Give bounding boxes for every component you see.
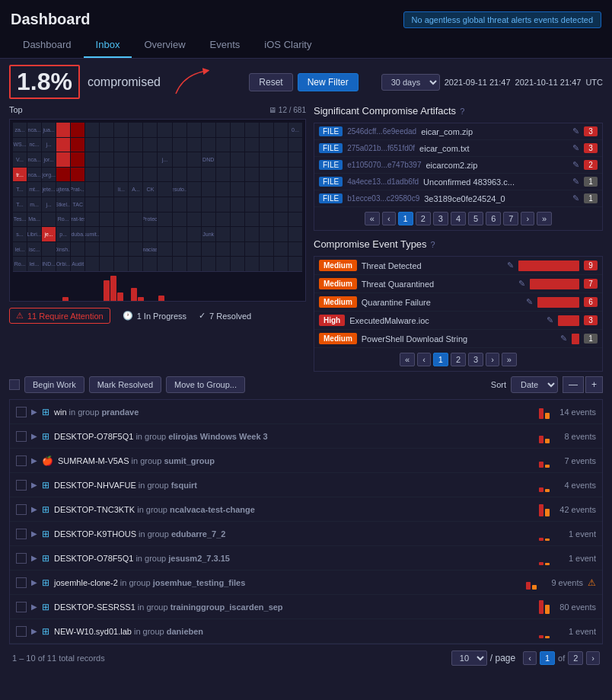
row-checkbox[interactable] bbox=[16, 480, 27, 491]
expand-icon[interactable]: ▶ bbox=[31, 481, 37, 489]
expand-icon[interactable]: ▶ bbox=[31, 578, 37, 587]
status-resolved[interactable]: ✓ 7 Resolved bbox=[199, 311, 251, 321]
heatmap-cell bbox=[231, 257, 244, 271]
page-1[interactable]: 1 bbox=[398, 212, 413, 225]
page-prev[interactable]: ‹ bbox=[382, 212, 396, 225]
heatmap-cell bbox=[274, 123, 288, 137]
severity-badge: Medium bbox=[319, 278, 357, 289]
edit-icon[interactable]: ✎ bbox=[572, 126, 579, 136]
edit-icon[interactable]: ✎ bbox=[518, 279, 525, 289]
page-4[interactable]: 4 bbox=[451, 212, 466, 225]
page-nav: ‹ 1 of 2 › bbox=[523, 651, 600, 665]
event-bars bbox=[539, 454, 550, 468]
edit-icon[interactable]: ✎ bbox=[572, 143, 579, 153]
page-current[interactable]: 1 bbox=[540, 651, 555, 665]
per-page-select[interactable]: 10 bbox=[451, 650, 487, 666]
heatmap-cell bbox=[187, 257, 201, 271]
page-6[interactable]: 6 bbox=[486, 212, 501, 225]
page-total[interactable]: 2 bbox=[568, 651, 583, 665]
begin-work-button[interactable]: Begin Work bbox=[24, 376, 84, 393]
date-range-dropdown[interactable]: 30 days bbox=[381, 74, 440, 91]
event-bar bbox=[537, 297, 579, 308]
page-first[interactable]: « bbox=[400, 353, 415, 366]
page-prev[interactable]: ‹ bbox=[417, 353, 431, 366]
row-checkbox[interactable] bbox=[16, 577, 27, 588]
heatmap-cell bbox=[260, 138, 273, 152]
row-checkbox[interactable] bbox=[16, 626, 27, 637]
count-badge: 3 bbox=[584, 315, 598, 325]
edit-icon[interactable]: ✎ bbox=[560, 334, 567, 344]
expand-icon[interactable]: ▶ bbox=[31, 432, 37, 440]
expand-icon[interactable]: ▶ bbox=[31, 505, 37, 513]
tab-inbox[interactable]: Inbox bbox=[84, 33, 132, 58]
edit-icon[interactable]: ✎ bbox=[572, 160, 579, 170]
heatmap-grid: za... nca... jua... bbox=[13, 123, 302, 271]
tab-overview[interactable]: Overview bbox=[132, 33, 197, 58]
expand-icon[interactable]: ▶ bbox=[31, 529, 37, 538]
page-prev[interactable]: ‹ bbox=[523, 651, 537, 665]
heatmap-cell bbox=[173, 242, 186, 257]
heatmap-cell bbox=[158, 123, 171, 137]
heatmap-cell: je... bbox=[42, 227, 56, 241]
page-next[interactable]: › bbox=[521, 212, 534, 225]
expand-icon[interactable]: ▶ bbox=[31, 408, 37, 416]
page-2[interactable]: 2 bbox=[416, 212, 431, 225]
view-expand[interactable]: + bbox=[585, 376, 603, 393]
table-row: ▶ ⊞ josemhle-clone-2 in group josemhue_t… bbox=[10, 571, 602, 595]
heatmap-cell bbox=[114, 197, 128, 212]
heatmap-cell: j... bbox=[42, 197, 56, 212]
edit-icon[interactable]: ✎ bbox=[507, 261, 514, 270]
expand-icon[interactable]: ▶ bbox=[31, 554, 37, 562]
heatmap-cell: tr... bbox=[13, 168, 27, 182]
heatmap-cell bbox=[85, 242, 99, 257]
edit-icon[interactable]: ✎ bbox=[572, 177, 579, 187]
status-attention[interactable]: ⚠ 11 Require Attention bbox=[9, 308, 110, 324]
edit-icon[interactable]: ✎ bbox=[572, 193, 579, 203]
expand-icon[interactable]: ▶ bbox=[31, 456, 37, 465]
move-to-group-button[interactable]: Move to Group... bbox=[166, 376, 245, 393]
page-7[interactable]: 7 bbox=[503, 212, 518, 225]
event-name: Quarantine Failure bbox=[362, 298, 521, 307]
expand-icon[interactable]: ▶ bbox=[31, 627, 37, 635]
page-last[interactable]: » bbox=[537, 212, 552, 225]
select-all-checkbox[interactable] bbox=[9, 379, 20, 390]
status-in-progress[interactable]: 🕐 1 In Progress bbox=[123, 311, 186, 321]
page-1[interactable]: 1 bbox=[433, 353, 448, 366]
row-checkbox[interactable] bbox=[16, 602, 27, 612]
event-types-table: Medium Threat Detected ✎ 9 Medium Threat… bbox=[314, 256, 603, 372]
reset-button[interactable]: Reset bbox=[249, 73, 292, 91]
heatmap-cell: T... bbox=[13, 182, 27, 197]
page-next[interactable]: › bbox=[586, 651, 600, 665]
view-collapse[interactable]: — bbox=[563, 376, 584, 393]
sort-dropdown[interactable]: Date bbox=[511, 376, 558, 393]
artifact-row: FILE 4a4ece13...d1adb6fd Unconfirmed 483… bbox=[314, 174, 602, 190]
page-next[interactable]: › bbox=[486, 353, 499, 366]
heatmap-cell bbox=[129, 227, 142, 241]
edit-icon[interactable]: ✎ bbox=[547, 315, 553, 325]
row-checkbox[interactable] bbox=[16, 553, 27, 564]
heatmap-cell bbox=[216, 257, 230, 271]
event-count: 7 events bbox=[554, 456, 596, 465]
row-checkbox[interactable] bbox=[16, 431, 27, 442]
heatmap-cell: WS... bbox=[13, 138, 27, 152]
row-checkbox[interactable] bbox=[16, 504, 27, 515]
tab-events[interactable]: Events bbox=[198, 33, 253, 58]
heatmap-cell bbox=[187, 168, 201, 182]
page-last[interactable]: » bbox=[502, 353, 517, 366]
page-3[interactable]: 3 bbox=[468, 353, 483, 366]
row-checkbox[interactable] bbox=[16, 529, 27, 539]
page-first[interactable]: « bbox=[365, 212, 380, 225]
page-3[interactable]: 3 bbox=[433, 212, 448, 225]
mark-resolved-button[interactable]: Mark Resolved bbox=[89, 376, 161, 393]
page-2[interactable]: 2 bbox=[451, 353, 466, 366]
heatmap-cell: lei... bbox=[13, 242, 27, 257]
edit-icon[interactable]: ✎ bbox=[526, 297, 533, 307]
page-5[interactable]: 5 bbox=[468, 212, 483, 225]
artifact-hash: b1ecce03...c29580c9 bbox=[347, 194, 419, 203]
tab-dashboard[interactable]: Dashboard bbox=[11, 33, 84, 58]
new-filter-button[interactable]: New Filter bbox=[298, 73, 359, 91]
row-checkbox[interactable] bbox=[16, 407, 27, 417]
tab-ios-clarity[interactable]: iOS Clarity bbox=[252, 33, 324, 58]
expand-icon[interactable]: ▶ bbox=[31, 603, 37, 611]
row-checkbox[interactable] bbox=[16, 455, 27, 466]
